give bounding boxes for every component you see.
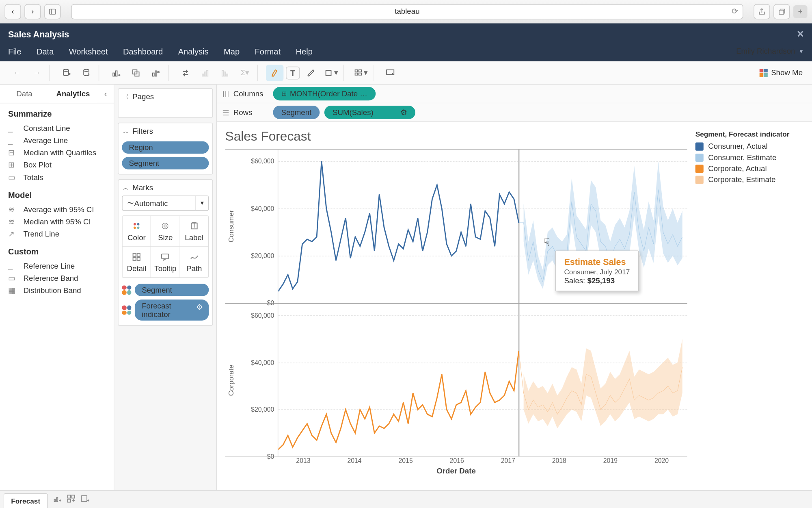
shelf-chip[interactable]: Segment (273, 106, 320, 119)
cursor-icon: ☟ (544, 236, 550, 249)
x-tick: 2020 (636, 457, 687, 464)
url-text: tableau (395, 7, 419, 16)
x-tick: 2017 (482, 457, 533, 464)
workbook-title: Sales Analysis (8, 29, 69, 39)
clear-icon[interactable] (147, 65, 164, 81)
new-worksheet-icon[interactable] (52, 494, 62, 505)
mark-path[interactable]: Path (180, 247, 208, 278)
tooltip: Estimate Sales Consumer, July 2017 Sales… (555, 250, 639, 291)
columns-shelf[interactable]: Columns ⊞MONTH(Order Date … (217, 85, 812, 103)
svg-rect-18 (355, 69, 357, 72)
mark-label[interactable]: TLabel (180, 216, 208, 247)
svg-point-27 (162, 223, 168, 228)
list-item[interactable]: ⎯Constant Line (0, 122, 114, 134)
filters-card[interactable]: ︿Filters Region Segment (118, 123, 213, 175)
menu-map[interactable]: Map (224, 46, 240, 56)
menu-dashboard[interactable]: Dashboard (123, 46, 163, 56)
svg-rect-16 (226, 74, 228, 76)
x-axis-label: Order Date (225, 467, 687, 475)
x-tick: 2019 (585, 457, 636, 464)
mark-tooltip[interactable]: Tooltip (151, 247, 179, 278)
list-item[interactable]: ⊟Median with Quartiles (0, 147, 114, 159)
text-icon[interactable]: T (286, 66, 300, 79)
menu-worksheet[interactable]: Worksheet (69, 46, 108, 56)
filter-pill[interactable]: Segment (122, 157, 209, 169)
marks-pill[interactable]: Segment (135, 284, 209, 296)
marks-card[interactable]: ︿Marks 〜 Automatic▼ Color Size TLabel De… (118, 179, 213, 326)
annotate-icon[interactable] (302, 65, 320, 81)
show-me-button[interactable]: Show Me (759, 68, 807, 77)
chart-area[interactable]: Consumer$0$20,000$40,000$60,000Corporate… (225, 127, 687, 485)
svg-rect-5 (113, 73, 114, 76)
pages-card[interactable]: 〈Pages (118, 88, 213, 118)
browser-chrome: ‹ › tableau ⟳ + (0, 0, 812, 23)
user-menu[interactable]: Emily Richardson▼ (736, 47, 804, 56)
presentation-icon[interactable] (382, 65, 399, 81)
sheet-title[interactable]: Sales Forecast (225, 129, 311, 144)
filter-pill[interactable]: Region (122, 141, 209, 154)
legend-item[interactable]: Consumer, Estimate (695, 153, 804, 162)
legend-item[interactable]: Consumer, Actual (695, 142, 804, 151)
sidebar-toggle-button[interactable] (44, 4, 60, 19)
duplicate-icon[interactable] (127, 65, 145, 81)
mark-type-select[interactable]: 〜 Automatic▼ (122, 195, 209, 211)
list-item[interactable]: ▭Reference Band (0, 272, 114, 284)
list-item[interactable]: ⎯Average Line (0, 134, 114, 146)
fit-dropdown[interactable]: ▾ (322, 65, 339, 81)
menu-format[interactable]: Format (255, 46, 281, 56)
share-button[interactable] (754, 4, 770, 19)
reload-icon[interactable]: ⟳ (732, 7, 738, 16)
new-sheet-icon[interactable] (107, 65, 125, 81)
redo-button[interactable]: → (28, 65, 45, 81)
svg-rect-0 (50, 9, 56, 14)
totals-icon[interactable]: Σ▾ (236, 65, 254, 81)
sort-asc-icon[interactable] (197, 65, 214, 81)
menu-help[interactable]: Help (296, 46, 313, 56)
list-item[interactable]: ▦Distribution Band (0, 284, 114, 297)
svg-rect-21 (358, 73, 361, 75)
tab-data[interactable]: Data (0, 85, 49, 103)
mark-detail[interactable]: Detail (123, 247, 151, 278)
mark-size[interactable]: Size (151, 216, 179, 247)
collapse-panel-icon[interactable]: ‹ (97, 85, 114, 103)
tab-analytics[interactable]: Analytics (49, 85, 97, 103)
svg-point-25 (134, 226, 136, 229)
list-item[interactable]: ↗Trend Line (0, 228, 114, 240)
list-item[interactable]: ⎯Reference Line (0, 260, 114, 272)
undo-button[interactable]: ← (8, 65, 26, 81)
new-tab-button[interactable]: + (793, 5, 807, 18)
list-item[interactable]: ≋Average with 95% CI (0, 203, 114, 215)
datasource-add-icon[interactable] (58, 65, 75, 81)
legend-item[interactable]: Corporate, Estimate (695, 175, 804, 184)
close-button[interactable]: × (797, 28, 804, 40)
new-dashboard-icon[interactable] (67, 494, 76, 505)
sheet-tab[interactable]: Forecast (4, 493, 48, 508)
view-area: Columns ⊞MONTH(Order Date … Rows Segment… (217, 85, 812, 490)
svg-rect-46 (68, 495, 71, 498)
shelf-chip[interactable]: ⊞MONTH(Order Date … (273, 87, 376, 100)
legend[interactable]: Segment, Forecast indicator Consumer, Ac… (687, 127, 804, 485)
sort-desc-icon[interactable] (216, 65, 234, 81)
datasource-refresh-icon[interactable] (78, 65, 95, 81)
cards-dropdown[interactable]: ▾ (352, 65, 369, 81)
menu-analysis[interactable]: Analysis (178, 46, 209, 56)
mark-color[interactable]: Color (123, 216, 151, 247)
back-button[interactable]: ‹ (4, 4, 21, 19)
svg-rect-10 (155, 71, 157, 76)
toolbar: ← → Σ▾ T ▾ ▾ (0, 61, 812, 85)
shelf-chip[interactable]: SUM(Sales)⚙ (324, 106, 415, 119)
tabs-button[interactable] (773, 4, 790, 19)
url-bar[interactable]: tableau ⟳ (71, 4, 743, 19)
list-item[interactable]: ⊞Box Plot (0, 159, 114, 171)
swap-icon[interactable] (177, 65, 194, 81)
list-item[interactable]: ≋Median with 95% CI (0, 215, 114, 228)
legend-item[interactable]: Corporate, Actual (695, 164, 804, 173)
marks-pill[interactable]: Forecast indicator⚙ (135, 300, 209, 321)
menu-file[interactable]: File (8, 46, 21, 56)
highlight-icon[interactable] (266, 65, 283, 81)
forward-button[interactable]: › (24, 4, 41, 19)
menu-data[interactable]: Data (37, 46, 54, 56)
x-tick: 2016 (431, 457, 482, 464)
new-story-icon[interactable] (80, 494, 90, 505)
rows-shelf[interactable]: Rows Segment SUM(Sales)⚙ (217, 103, 812, 122)
